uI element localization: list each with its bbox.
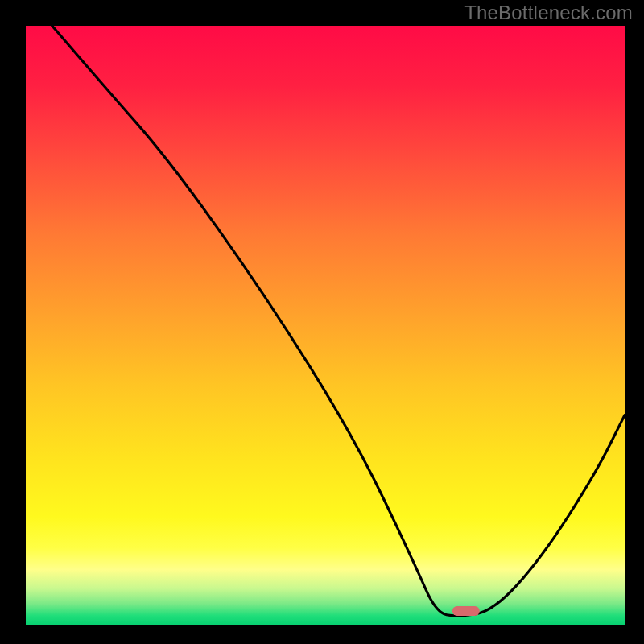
bottleneck-chart [0,0,644,644]
chart-container: TheBottleneck.com [0,0,644,644]
watermark-text: TheBottleneck.com [464,2,633,24]
plot-background [26,26,625,625]
optimal-marker [452,606,480,616]
